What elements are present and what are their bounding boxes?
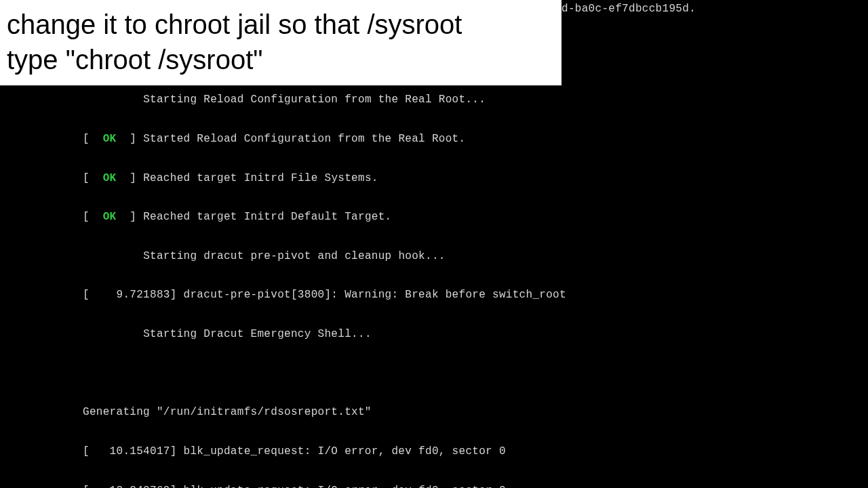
boot-msg: ] Reached target Initrd Default Target. [130,211,391,223]
bracket-open: [ [83,211,103,223]
overlay-line1: change it to chroot jail so that /sysroo… [7,7,555,42]
status-ok: OK [103,211,117,223]
bracket-close [117,172,130,184]
status-ok: OK [103,133,117,145]
bracket-close [117,211,130,223]
report-line: [ 10.240769] blk_update_request: I/O err… [83,485,868,488]
boot-msg: ] Started Reload Configuration from the … [130,133,465,145]
boot-msg: [ 9.721883] dracut-pre-pivot[3800]: Warn… [83,289,566,301]
bracket-close [117,133,130,145]
uuid-fragment: d-ba0c-ef7dbccb195d. [561,3,696,16]
boot-msg: Starting Dracut Emergency Shell... [143,328,372,340]
instruction-overlay: change it to chroot jail so that /sysroo… [0,0,561,85]
boot-indent [83,250,143,262]
boot-msg: ] Reached target Initrd File Systems. [130,172,378,184]
boot-indent [83,328,143,340]
boot-indent [83,94,143,106]
boot-msg: Starting dracut pre-pivot and cleanup ho… [143,250,446,262]
boot-msg: Starting Reload Configuration from the R… [143,94,486,106]
status-ok: OK [103,172,117,184]
report-line: [ 10.154017] blk_update_request: I/O err… [83,445,868,458]
overlay-line2: type "chroot /sysroot" [7,42,555,77]
bracket-open: [ [83,133,103,145]
report-line: Generating "/run/initramfs/rdsosreport.t… [83,406,868,419]
bracket-open: [ [83,172,103,184]
